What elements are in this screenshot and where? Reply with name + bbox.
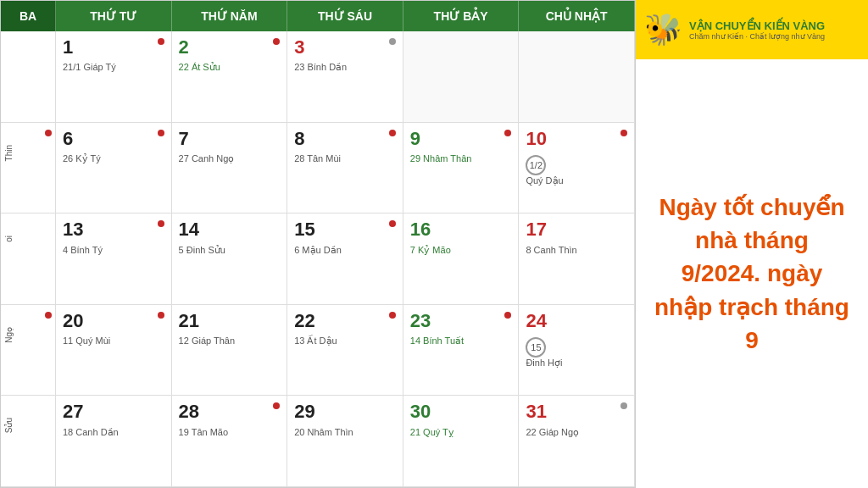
side-text-4: Sửu xyxy=(4,418,14,433)
cell-3-2: 2213 Ất Dậu xyxy=(287,305,403,396)
promo-area: Ngày tốt chuyển nhà tháng 9/2024. ngày n… xyxy=(636,59,868,488)
promo-text: Ngày tốt chuyển nhà tháng 9/2024. ngày n… xyxy=(653,191,851,357)
cell-dot-3-2 xyxy=(389,312,396,319)
cell-day-3-2: 22 xyxy=(294,310,396,332)
side-col-1: Thin xyxy=(1,123,56,214)
cell-dot-1-0 xyxy=(158,130,164,136)
cell-dot-3-0 xyxy=(158,312,164,319)
cell-lunar-1-3: 29 Nhâm Thân xyxy=(410,153,512,164)
cell-lunar-0-2: 23 Bính Dần xyxy=(294,62,396,73)
cell-1-2: 828 Tân Mùi xyxy=(287,123,403,214)
logo-text: VẬN CHUYỂN KIẾN VÀNG Chăm như Kiến · Chấ… xyxy=(689,19,825,41)
bee-icon: 🐝 xyxy=(644,12,682,47)
header-col-thu-tu: THỨ TƯ xyxy=(56,1,172,31)
cell-4-0: 2718 Canh Dần xyxy=(56,396,172,486)
cell-lunar-2-3: 7 Kỷ Mão xyxy=(410,245,512,256)
cell-day-3-0: 20 xyxy=(63,310,164,332)
cell-4-2: 2920 Nhâm Thìn xyxy=(287,396,403,486)
cell-3-3: 2314 Bính Tuất xyxy=(403,305,520,396)
cell-lunar-3-4: 15Đinh Hợi xyxy=(526,336,627,369)
cell-dot-0-2 xyxy=(389,38,396,45)
cell-day-2-0: 13 xyxy=(63,219,164,241)
side-col-3: Ngọ xyxy=(1,305,56,396)
cell-day-3-1: 21 xyxy=(179,310,281,332)
calendar-body: 121/1 Giáp Tý222 Át Sửu323 Bính DầnThin6… xyxy=(1,31,635,487)
cell-day-4-3: 30 xyxy=(410,401,512,423)
cell-dot-2-0 xyxy=(158,220,164,227)
cell-0-3 xyxy=(403,31,520,122)
header-col-thu-sau: THỨ SÁU xyxy=(287,1,403,31)
cell-lunar-1-0: 26 Kỷ Tý xyxy=(63,153,164,164)
cell-day-1-3: 9 xyxy=(410,128,512,150)
calendar-header: BA THỨ TƯ THỨ NĂM THỨ SÁU THỨ BẢY CHỦ NH… xyxy=(1,1,635,31)
logo-subtitle: Chăm như Kiến · Chất lượng như Vàng xyxy=(689,32,825,41)
side-text-2: oi xyxy=(4,236,14,242)
cell-day-3-4: 24 xyxy=(526,310,627,332)
cell-4-1: 2819 Tân Mão xyxy=(172,396,288,486)
cell-lunar-2-1: 5 Đinh Sửu xyxy=(179,245,281,256)
side-dot-3 xyxy=(45,312,52,319)
cell-lunar-4-2: 20 Nhâm Thìn xyxy=(294,427,396,437)
header-col-ba: BA xyxy=(1,1,56,31)
cell-lunar-3-0: 11 Quý Mùi xyxy=(63,336,164,346)
cell-day-0-2: 3 xyxy=(294,36,396,58)
cell-day-4-0: 27 xyxy=(63,401,164,423)
side-text-3: Ngọ xyxy=(4,327,14,343)
cell-day-1-2: 8 xyxy=(294,128,396,150)
cell-3-4: 2415Đinh Hợi xyxy=(519,305,635,396)
cell-lunar-1-1: 27 Canh Ngọ xyxy=(179,153,281,164)
cell-day-4-2: 29 xyxy=(294,401,396,423)
cell-day-2-4: 17 xyxy=(526,219,627,241)
cell-day-1-1: 7 xyxy=(179,128,281,150)
cell-3-0: 2011 Quý Mùi xyxy=(56,305,172,396)
cell-day-0-1: 2 xyxy=(179,36,281,58)
cell-day-3-3: 23 xyxy=(410,310,512,332)
cell-day-2-1: 14 xyxy=(179,219,281,241)
cell-lunar-1-2: 28 Tân Mùi xyxy=(294,153,396,164)
cell-lunar-4-0: 18 Canh Dần xyxy=(63,427,164,438)
side-col-0 xyxy=(1,31,56,122)
cell-1-4: 101/2Quý Dậu xyxy=(519,123,635,214)
cell-day-4-4: 31 xyxy=(526,401,627,423)
cell-lunar-0-0: 21/1 Giáp Tý xyxy=(63,62,164,72)
cell-2-2: 156 Mậu Dần xyxy=(287,214,403,304)
cell-lunar-2-2: 6 Mậu Dần xyxy=(294,245,396,256)
calendar: BA THỨ TƯ THỨ NĂM THỨ SÁU THỨ BẢY CHỦ NH… xyxy=(0,0,636,488)
cell-lunar-3-2: 13 Ất Dậu xyxy=(294,336,396,347)
cell-4-4: 3122 Giáp Ngọ xyxy=(519,396,635,486)
cell-3-1: 2112 Giáp Thân xyxy=(172,305,288,396)
calendar-row-2: oi134 Bính Tý145 Đinh Sửu156 Mậu Dần167 … xyxy=(1,214,635,305)
calendar-row-3: Ngọ2011 Quý Mùi2112 Giáp Thân2213 Ất Dậu… xyxy=(1,305,635,396)
right-panel: 🐝 VẬN CHUYỂN KIẾN VÀNG Chăm như Kiến · C… xyxy=(636,0,868,488)
cell-2-0: 134 Bính Tý xyxy=(56,214,172,304)
cell-day-1-4: 10 xyxy=(526,128,627,150)
cell-day-0-0: 1 xyxy=(63,36,164,58)
cell-lunar-4-3: 21 Quý Tỵ xyxy=(410,427,512,438)
calendar-row-4: Sửu2718 Canh Dần2819 Tân Mão2920 Nhâm Th… xyxy=(1,396,635,487)
cell-dot-1-2 xyxy=(389,130,396,136)
cell-lunar-3-1: 12 Giáp Thân xyxy=(179,336,281,346)
cell-0-1: 222 Át Sửu xyxy=(172,31,288,122)
cell-2-3: 167 Kỷ Mão xyxy=(403,214,520,304)
cell-1-1: 727 Canh Ngọ xyxy=(172,123,288,214)
cell-4-3: 3021 Quý Tỵ xyxy=(403,396,520,486)
cell-day-2-2: 15 xyxy=(294,219,396,241)
cell-day-2-3: 16 xyxy=(410,219,512,241)
cell-1-3: 929 Nhâm Thân xyxy=(403,123,520,214)
cell-0-4 xyxy=(519,31,635,122)
side-col-2: oi xyxy=(1,214,56,304)
cell-day-1-0: 6 xyxy=(63,128,164,150)
logo-area: 🐝 VẬN CHUYỂN KIẾN VÀNG Chăm như Kiến · C… xyxy=(636,0,868,59)
cell-0-0: 121/1 Giáp Tý xyxy=(56,31,172,122)
cell-2-1: 145 Đinh Sửu xyxy=(172,214,288,304)
calendar-row-1: Thin626 Kỷ Tý727 Canh Ngọ828 Tân Mùi929 … xyxy=(1,123,635,214)
cell-dot-1-3 xyxy=(504,130,511,136)
cell-2-4: 178 Canh Thìn xyxy=(519,214,635,304)
cell-lunar-1-4: 1/2Quý Dậu xyxy=(526,153,627,186)
side-col-4: Sửu xyxy=(1,396,56,486)
cell-dot-1-4 xyxy=(620,130,627,136)
header-col-thu-nam: THỨ NĂM xyxy=(172,1,288,31)
header-col-thu-bay: THỨ BẢY xyxy=(403,1,520,31)
cell-dot-2-2 xyxy=(389,220,396,227)
cell-lunar-0-1: 22 Át Sửu xyxy=(179,62,281,73)
